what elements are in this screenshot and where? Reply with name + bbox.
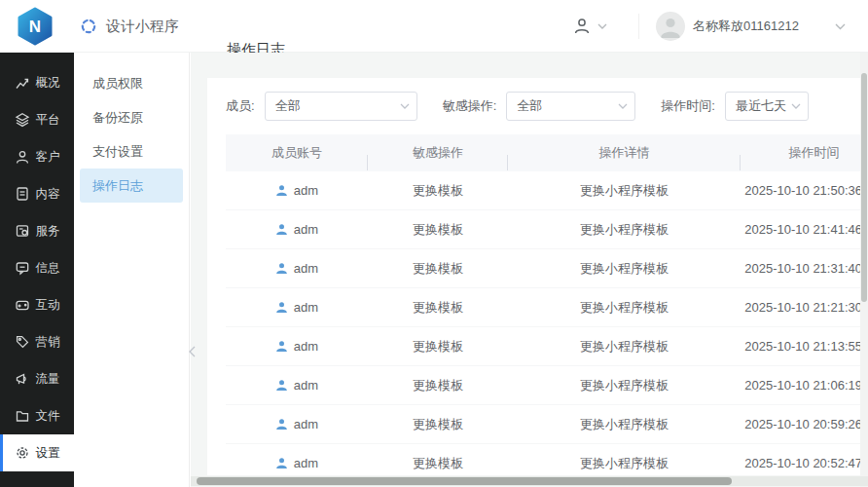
filter-sensitive-op-label: 敏感操作: bbox=[443, 97, 497, 115]
member-person-icon bbox=[275, 340, 288, 353]
filter-bar: 成员: 全部 敏感操作: 全部 操作时间: bbox=[207, 78, 868, 134]
table-header: 成员账号 敏感操作 操作详情 操作时间 bbox=[226, 134, 868, 171]
table-row: adm 更换模板 更换小程序模板 2025-10-10 20:59:26 bbox=[226, 405, 868, 444]
filter-time-select[interactable]: 最近七天 bbox=[725, 92, 809, 121]
member-person-icon bbox=[275, 379, 288, 392]
page-title: 操作日志 bbox=[227, 42, 285, 53]
topbar-divider bbox=[638, 14, 639, 39]
miniprogram-icon bbox=[80, 18, 97, 35]
sidebar-item-settings[interactable]: 设置 bbox=[0, 434, 74, 471]
member-person-icon bbox=[275, 457, 288, 469]
sidebar-item-content[interactable]: 内容 bbox=[0, 175, 74, 212]
message-icon bbox=[15, 260, 30, 276]
filter-sensitive-op: 敏感操作: 全部 bbox=[443, 92, 636, 121]
chevron-left-icon bbox=[189, 346, 196, 357]
app-logo-hexagon-icon: N bbox=[16, 7, 54, 46]
filter-member-label: 成员: bbox=[226, 97, 255, 115]
chevron-down-icon[interactable] bbox=[835, 23, 846, 30]
filter-sensitive-op-select[interactable]: 全部 bbox=[506, 92, 635, 121]
member-person-icon bbox=[275, 418, 288, 431]
user-quick-menu[interactable] bbox=[572, 0, 607, 53]
filter-member: 成员: 全部 bbox=[226, 92, 417, 121]
horizontal-scrollbar-thumb[interactable] bbox=[197, 477, 732, 485]
table-row: adm 更换模板 更换小程序模板 2025-10-10 21:31:40 bbox=[226, 249, 868, 288]
filter-member-select[interactable]: 全部 bbox=[265, 92, 417, 121]
chevron-down-icon bbox=[791, 103, 801, 109]
main-content: 成员: 全部 敏感操作: 全部 操作时间: bbox=[191, 53, 868, 487]
svg-text:N: N bbox=[29, 18, 41, 36]
primary-sidebar: 概况 平台 客户 内容 服务 信息 互动 bbox=[0, 53, 74, 487]
avatar[interactable] bbox=[656, 12, 685, 41]
vertical-scrollbar-thumb[interactable] bbox=[861, 73, 867, 302]
submenu-item-member-permissions[interactable]: 成员权限 bbox=[80, 66, 183, 100]
header-member-account: 成员账号 bbox=[226, 144, 368, 162]
gear-icon bbox=[15, 445, 30, 461]
operation-log-card: 成员: 全部 敏感操作: 全部 操作时间: bbox=[207, 78, 868, 475]
filter-time-label: 操作时间: bbox=[661, 97, 715, 115]
member-person-icon bbox=[275, 184, 288, 197]
folder-icon bbox=[15, 408, 30, 424]
operation-log-table: 成员账号 敏感操作 操作详情 操作时间 adm 更换模板 更换小程序模板 202… bbox=[226, 134, 868, 475]
sidebar-item-customers[interactable]: 客户 bbox=[0, 138, 74, 175]
layers-icon bbox=[15, 112, 30, 128]
tag-icon bbox=[15, 334, 30, 350]
member-person-icon bbox=[275, 223, 288, 236]
sidebar-item-services[interactable]: 服务 bbox=[0, 212, 74, 249]
submenu-item-operation-log[interactable]: 操作日志 bbox=[80, 169, 183, 203]
table-row: adm 更换模板 更换小程序模板 2025-10-10 21:50:36 bbox=[226, 171, 868, 210]
sidebar-item-platform[interactable]: 平台 bbox=[0, 101, 74, 138]
service-icon bbox=[15, 223, 30, 239]
sidebar-item-marketing[interactable]: 营销 bbox=[0, 323, 74, 360]
member-person-icon bbox=[275, 301, 288, 314]
table-row: adm 更换模板 更换小程序模板 2025-10-10 20:52:47 bbox=[226, 444, 868, 475]
avatar-person-icon bbox=[656, 12, 685, 41]
person-outline-icon bbox=[572, 17, 592, 36]
trend-chart-icon bbox=[15, 75, 30, 91]
chevron-down-icon bbox=[400, 103, 410, 109]
megaphone-icon bbox=[15, 371, 30, 387]
topbar: N 设计小程序 名称释放01161212 bbox=[0, 0, 868, 53]
header-op-time: 操作时间 bbox=[741, 144, 868, 162]
header-sensitive-op: 敏感操作 bbox=[368, 144, 508, 162]
member-person-icon bbox=[275, 262, 288, 275]
sidebar-item-traffic[interactable]: 流量 bbox=[0, 360, 74, 397]
horizontal-scrollbar bbox=[191, 476, 868, 486]
sidebar-collapse-handle[interactable] bbox=[185, 341, 199, 362]
table-row: adm 更换模板 更换小程序模板 2025-10-10 21:21:30 bbox=[226, 288, 868, 327]
filter-time: 操作时间: 最近七天 bbox=[661, 92, 809, 121]
customer-person-icon bbox=[15, 149, 30, 165]
gamepad-icon bbox=[15, 297, 30, 313]
vertical-scrollbar bbox=[860, 53, 868, 487]
submenu-item-payment-settings[interactable]: 支付设置 bbox=[80, 134, 183, 169]
sidebar-item-files[interactable]: 文件 bbox=[0, 397, 74, 434]
username: 名称释放01161212 bbox=[693, 0, 799, 53]
table-row: adm 更换模板 更换小程序模板 2025-10-10 21:41:46 bbox=[226, 210, 868, 249]
app-title: 设计小程序 bbox=[106, 18, 179, 36]
settings-submenu: 成员权限 备份还原 支付设置 操作日志 bbox=[74, 53, 190, 487]
chevron-down-icon bbox=[618, 103, 628, 109]
sidebar-item-messages[interactable]: 信息 bbox=[0, 249, 74, 286]
sidebar-item-interaction[interactable]: 互动 bbox=[0, 286, 74, 323]
header-op-detail: 操作详情 bbox=[508, 144, 741, 162]
submenu-item-backup-restore[interactable]: 备份还原 bbox=[80, 100, 183, 134]
document-icon bbox=[15, 186, 30, 202]
sidebar-item-overview[interactable]: 概况 bbox=[0, 64, 74, 101]
table-row: adm 更换模板 更换小程序模板 2025-10-10 21:13:55 bbox=[226, 327, 868, 366]
chevron-down-icon bbox=[597, 23, 607, 29]
table-row: adm 更换模板 更换小程序模板 2025-10-10 21:06:19 bbox=[226, 366, 868, 405]
